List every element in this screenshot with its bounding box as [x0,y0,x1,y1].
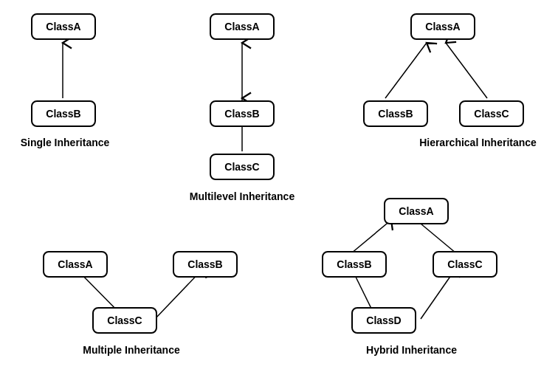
hybrid-classA: ClassA [384,198,449,224]
hybrid-label: Hybrid Inheritance [343,344,480,356]
multilevel-classB: ClassB [210,100,275,127]
multilevel-classC: ClassC [210,154,275,180]
multi-label: Multiple Inheritance [65,344,198,356]
hier-label: Hierarchical Inheritance [410,137,546,148]
hier-classB: ClassB [363,100,428,127]
single-classB: ClassB [31,100,96,127]
multi-classC: ClassC [92,307,157,334]
main-diagram: ClassA ClassB Single Inheritance ClassA … [0,0,558,392]
multi-classB: ClassB [173,251,238,278]
svg-line-10 [416,220,456,253]
hier-classC: ClassC [459,100,524,127]
multi-classA: ClassA [43,251,108,278]
svg-line-9 [351,220,391,253]
hybrid-classC: ClassC [433,251,497,278]
single-label: Single Inheritance [6,137,124,148]
hybrid-classD: ClassD [351,307,416,334]
svg-line-3 [385,43,427,98]
hier-classA: ClassA [410,13,475,40]
multilevel-label: Multilevel Inheritance [183,190,301,202]
single-classA: ClassA [31,13,96,40]
svg-line-4 [446,43,487,98]
hybrid-classB: ClassB [322,251,387,278]
multilevel-classA: ClassA [210,13,275,40]
